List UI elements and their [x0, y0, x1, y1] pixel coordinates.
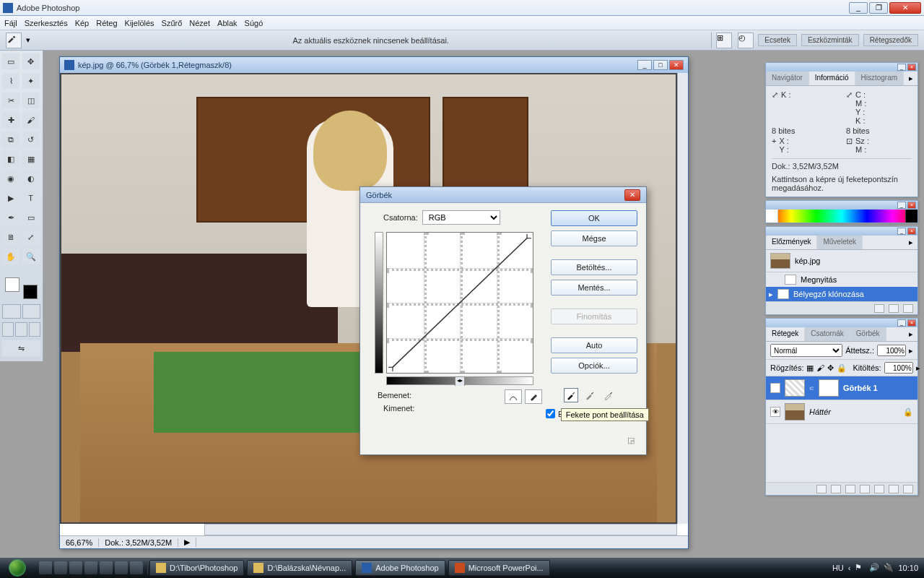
panel-minimize[interactable]: _ — [897, 228, 906, 235]
marquee-tool[interactable]: ▭ — [2, 53, 19, 69]
crop-tool[interactable]: ✂ — [2, 92, 19, 108]
dialog-close-button[interactable]: ✕ — [624, 189, 640, 201]
menu-view[interactable]: Nézet — [189, 19, 210, 27]
status-menu[interactable]: ▶ — [178, 538, 196, 547]
start-button[interactable] — [0, 558, 35, 578]
path-select-tool[interactable]: ▶ — [2, 190, 19, 206]
slice-tool[interactable]: ◫ — [22, 92, 40, 108]
lock-all-icon[interactable]: 🔒 — [837, 363, 847, 373]
tray-icon[interactable]: 🔌 — [884, 563, 894, 573]
well-tab-layercomps[interactable]: Rétegszedők — [863, 34, 918, 46]
quicklaunch-item[interactable] — [115, 561, 128, 574]
well-tab-toolpresets[interactable]: Eszközminták — [801, 34, 859, 46]
lasso-tool[interactable]: ⌇ — [2, 73, 19, 89]
tray-icon[interactable]: ⚑ — [855, 563, 865, 573]
background-color-swatch[interactable] — [23, 285, 38, 299]
visibility-toggle[interactable]: 👁 — [770, 383, 780, 393]
standard-mode-button[interactable] — [2, 304, 21, 319]
layer-background[interactable]: 👁 Háttér 🔒 — [766, 400, 918, 424]
color-swatches[interactable] — [2, 276, 40, 301]
menu-file[interactable]: Fájl — [4, 19, 17, 27]
tab-channels[interactable]: Csatornák — [805, 327, 850, 341]
wand-tool[interactable]: ✦ — [22, 73, 40, 89]
quicklaunch-item[interactable] — [39, 561, 52, 574]
dialog-resize-icon[interactable]: ◲ — [627, 436, 639, 447]
tray-icon[interactable]: 🔊 — [869, 563, 879, 573]
move-tool[interactable]: ✥ — [22, 53, 40, 69]
blur-tool[interactable]: ◉ — [2, 171, 19, 186]
dialog-titlebar[interactable]: Görbék ✕ — [360, 187, 646, 203]
link-icon[interactable]: ⊂ — [809, 385, 814, 392]
clock[interactable]: 10:10 — [898, 564, 918, 572]
screen-mode-2[interactable] — [15, 322, 27, 337]
tab-actions[interactable]: Műveletek — [817, 236, 863, 249]
lock-position-icon[interactable]: ✥ — [827, 363, 834, 373]
save-button[interactable]: Mentés... — [551, 280, 637, 296]
window-close-button[interactable]: ✕ — [889, 2, 921, 14]
foreground-color-swatch[interactable] — [5, 277, 19, 292]
zoom-level[interactable]: 66,67% — [60, 538, 99, 547]
lock-trans-icon[interactable]: ▦ — [806, 363, 814, 373]
panel-minimize[interactable]: _ — [897, 319, 906, 327]
cancel-button[interactable]: Mégse — [551, 230, 637, 246]
adjustment-layer-icon[interactable] — [860, 485, 870, 493]
doc-maximize-button[interactable]: □ — [653, 60, 668, 70]
menu-image[interactable]: Kép — [75, 19, 90, 27]
curve-grid[interactable] — [386, 232, 533, 374]
delete-layer-icon[interactable] — [903, 485, 913, 493]
screen-mode-1[interactable] — [2, 322, 14, 337]
notes-tool[interactable]: 🗎 — [2, 229, 19, 245]
window-restore-button[interactable]: ❐ — [869, 2, 888, 14]
tab-layers[interactable]: Rétegek — [766, 327, 805, 341]
taskbar-item-folder-1[interactable]: D:\Tibor\Photoshop — [149, 560, 244, 576]
trash-icon[interactable] — [903, 304, 913, 313]
x-gradient[interactable]: ◂▸ — [386, 376, 533, 385]
history-brush-tool[interactable]: ↺ — [22, 131, 40, 147]
language-indicator[interactable]: HU — [832, 564, 844, 572]
panel-close[interactable]: × — [907, 202, 916, 209]
new-layer-icon[interactable] — [889, 485, 899, 493]
taskbar-item-photoshop[interactable]: Adobe Photoshop — [355, 560, 445, 576]
doc-minimize-button[interactable]: _ — [637, 60, 652, 70]
history-snapshot[interactable]: kép.jpg — [766, 250, 918, 272]
layer-style-icon[interactable] — [831, 485, 841, 493]
eraser-tool[interactable]: ◧ — [2, 151, 19, 167]
panel-close[interactable]: × — [907, 228, 916, 235]
fill-input[interactable] — [884, 362, 913, 374]
menu-layer[interactable]: Réteg — [96, 19, 117, 27]
new-document-icon[interactable] — [889, 304, 899, 313]
quicklaunch-item[interactable] — [54, 561, 67, 574]
quicklaunch-item[interactable] — [100, 561, 113, 574]
panel-minimize[interactable]: _ — [897, 202, 906, 209]
curve-pencil-mode[interactable] — [525, 389, 542, 404]
current-tool-icon[interactable] — [6, 33, 22, 48]
well-tab-brushes[interactable]: Ecsetek — [758, 34, 797, 46]
panel-menu-icon[interactable]: ▸ — [905, 72, 918, 85]
document-titlebar[interactable]: kép.jpg @ 66,7% (Görbék 1,Rétegmaszk/8) … — [60, 57, 688, 73]
menu-filter[interactable]: Szűrő — [162, 19, 183, 27]
layer-mask-icon[interactable] — [845, 485, 855, 493]
quicklaunch-item[interactable] — [84, 561, 97, 574]
panel-close[interactable]: × — [907, 319, 916, 327]
zoom-tool[interactable]: 🔍 — [22, 249, 40, 264]
lock-pixels-icon[interactable]: 🖌 — [816, 363, 824, 372]
midpoint-handle[interactable]: ◂▸ — [455, 377, 465, 386]
options-button[interactable]: Opciók... — [551, 358, 637, 374]
brush-tool[interactable]: 🖌 — [22, 112, 40, 128]
tab-paths[interactable]: Görbék — [850, 327, 886, 341]
eyedropper-tool[interactable]: ⤢ — [22, 229, 40, 245]
auto-button[interactable]: Auto — [551, 337, 637, 353]
type-tool[interactable]: T — [22, 190, 40, 206]
quickmask-mode-button[interactable] — [22, 304, 41, 319]
layer-curves-1[interactable]: 👁 ⊂ Görbék 1 — [766, 376, 918, 400]
doc-close-button[interactable]: ✕ — [669, 60, 684, 70]
screen-mode-3[interactable] — [29, 322, 40, 337]
dodge-tool[interactable]: ◐ — [22, 171, 40, 186]
history-item-open[interactable]: Megnyitás — [766, 272, 918, 287]
new-group-icon[interactable] — [874, 485, 884, 493]
new-snapshot-icon[interactable] — [874, 304, 884, 313]
window-minimize-button[interactable]: _ — [849, 2, 868, 14]
vertical-scrollbar[interactable] — [677, 73, 688, 524]
pen-tool[interactable]: ✒ — [2, 210, 19, 225]
stamp-tool[interactable]: ⧉ — [2, 131, 19, 147]
